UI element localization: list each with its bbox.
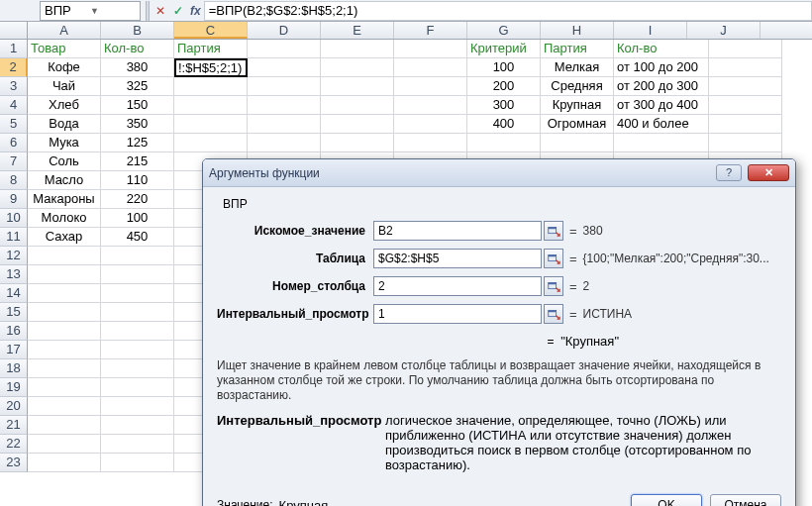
cell[interactable]	[541, 134, 614, 152]
cell[interactable]	[709, 58, 782, 77]
cell[interactable]	[394, 77, 467, 96]
cell[interactable]: Товар	[28, 40, 101, 58]
name-box[interactable]: ВПР ▼	[40, 1, 141, 21]
cell[interactable]	[248, 96, 321, 115]
cell[interactable]	[321, 40, 394, 58]
cell[interactable]: 215	[101, 152, 174, 171]
cell[interactable]: от 200 до 300	[614, 77, 709, 96]
cell[interactable]	[709, 77, 782, 96]
cell[interactable]	[709, 40, 782, 58]
arg-input-2[interactable]	[373, 276, 542, 296]
cell[interactable]: от 100 до 200	[614, 58, 709, 77]
cell[interactable]	[28, 341, 101, 359]
row-header[interactable]: 17	[0, 341, 28, 359]
cell[interactable]: Кофе	[28, 58, 101, 77]
cell[interactable]: 400	[467, 115, 541, 134]
dialog-close-button[interactable]: ✕	[748, 164, 789, 181]
cell[interactable]	[101, 378, 174, 397]
cell[interactable]: Макароны	[28, 190, 101, 209]
cell[interactable]	[101, 247, 174, 265]
cell[interactable]	[321, 77, 394, 96]
cell[interactable]	[28, 359, 101, 378]
cell[interactable]	[248, 115, 321, 134]
row-header[interactable]: 1	[0, 40, 28, 58]
cell[interactable]	[394, 96, 467, 115]
column-header-F[interactable]: F	[394, 22, 467, 39]
range-selector-icon[interactable]	[544, 304, 563, 324]
cell[interactable]	[248, 58, 321, 77]
cell[interactable]	[709, 134, 782, 152]
row-header[interactable]: 6	[0, 134, 28, 152]
arg-input-0[interactable]	[373, 221, 542, 241]
cell[interactable]: Партия	[541, 40, 614, 58]
cell[interactable]	[248, 77, 321, 96]
dropdown-icon[interactable]: ▼	[90, 6, 136, 16]
cell[interactable]	[709, 115, 782, 134]
row-header[interactable]: 12	[0, 247, 28, 265]
cell[interactable]: Молоко	[28, 209, 101, 228]
row-header[interactable]: 23	[0, 454, 28, 472]
cell[interactable]: Масло	[28, 171, 101, 190]
cell[interactable]	[101, 265, 174, 284]
row-header[interactable]: 9	[0, 190, 28, 209]
column-header-H[interactable]: H	[541, 22, 614, 39]
dialog-help-button[interactable]: ?	[716, 164, 742, 181]
cell[interactable]: Соль	[28, 152, 101, 171]
row-header[interactable]: 2	[0, 58, 28, 77]
cell[interactable]	[101, 435, 174, 454]
cell[interactable]	[394, 40, 467, 58]
cell[interactable]	[28, 284, 101, 303]
range-selector-icon[interactable]	[544, 249, 563, 268]
cell[interactable]: Мелкая	[541, 58, 614, 77]
cell[interactable]	[101, 416, 174, 435]
cell[interactable]	[28, 416, 101, 435]
cell[interactable]	[28, 247, 101, 265]
cell[interactable]	[28, 454, 101, 472]
cell[interactable]	[321, 58, 394, 77]
fx-icon[interactable]: fx	[190, 4, 201, 18]
cell[interactable]: Сахар	[28, 228, 101, 247]
cell[interactable]: 400 и более	[614, 115, 709, 134]
row-header[interactable]: 5	[0, 115, 28, 134]
cell[interactable]	[174, 134, 248, 152]
cell[interactable]	[709, 96, 782, 115]
row-header[interactable]: 10	[0, 209, 28, 228]
cell[interactable]	[101, 341, 174, 359]
cell[interactable]	[394, 134, 467, 152]
cell[interactable]: 380	[101, 58, 174, 77]
ok-button[interactable]: OK	[631, 494, 702, 506]
range-selector-icon[interactable]	[544, 221, 563, 241]
row-header[interactable]: 16	[0, 322, 28, 341]
cell[interactable]	[101, 303, 174, 322]
cell[interactable]: Чай	[28, 77, 101, 96]
cell[interactable]	[28, 435, 101, 454]
row-header[interactable]: 13	[0, 265, 28, 284]
arg-input-1[interactable]	[373, 249, 542, 268]
cell[interactable]	[174, 96, 248, 115]
row-header[interactable]: 20	[0, 397, 28, 416]
cell[interactable]	[101, 397, 174, 416]
row-header[interactable]: 22	[0, 435, 28, 454]
cell[interactable]: Вода	[28, 115, 101, 134]
arg-input-3[interactable]	[373, 304, 542, 324]
formula-input[interactable]: =ВПР(B2;$G$2:$H$5;2;1)	[204, 1, 812, 21]
cell[interactable]	[101, 359, 174, 378]
row-header[interactable]: 18	[0, 359, 28, 378]
row-header[interactable]: 21	[0, 416, 28, 435]
cell[interactable]: Критерий	[467, 40, 541, 58]
row-header[interactable]: 15	[0, 303, 28, 322]
cell[interactable]	[28, 303, 101, 322]
cell[interactable]	[321, 96, 394, 115]
cell[interactable]	[467, 134, 541, 152]
cell[interactable]: 450	[101, 228, 174, 247]
select-all-corner[interactable]	[0, 22, 28, 39]
cell[interactable]: 300	[467, 96, 541, 115]
cell[interactable]	[28, 397, 101, 416]
accept-formula-icon[interactable]: ✓	[169, 2, 187, 20]
column-header-A[interactable]: A	[28, 22, 101, 39]
row-header[interactable]: 8	[0, 171, 28, 190]
row-header[interactable]: 11	[0, 228, 28, 247]
column-header-I[interactable]: I	[614, 22, 687, 39]
row-header[interactable]: 4	[0, 96, 28, 115]
cell[interactable]: 110	[101, 171, 174, 190]
